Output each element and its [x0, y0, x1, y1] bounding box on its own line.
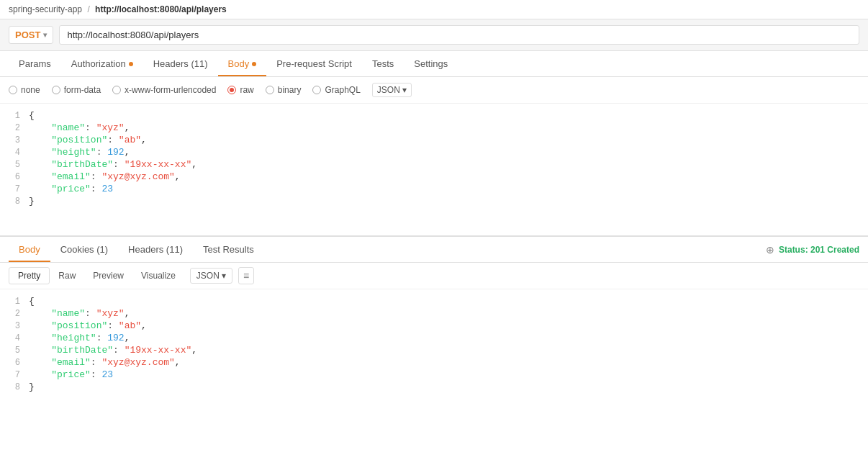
response-body-editor: 1 { 2 "name": "xyz", 3 "position": "ab",…	[0, 289, 868, 399]
code-line: 7 "price": 23	[0, 369, 868, 381]
code-line: 4 "height": 192,	[0, 332, 868, 344]
code-line: 6 "email": "xyz@xyz.com",	[0, 171, 868, 183]
code-content: "email": "xyz@xyz.com",	[29, 171, 868, 182]
tab-headers[interactable]: Headers (11)	[143, 51, 218, 76]
method-label: POST	[15, 30, 40, 40]
pretty-row: Pretty Raw Preview Visualize JSON ▾ ≡	[0, 263, 868, 289]
response-tab-test-results[interactable]: Test Results	[193, 237, 264, 262]
response-tab-cookies[interactable]: Cookies (1)	[50, 237, 118, 262]
radio-none	[9, 86, 17, 94]
radio-form-data	[52, 86, 60, 94]
body-type-row: none form-data x-www-form-urlencoded raw…	[0, 77, 868, 104]
line-number: 5	[0, 346, 29, 356]
line-number: 1	[0, 297, 29, 307]
breadcrumb-app: spring-security-app	[9, 4, 82, 14]
line-number: 2	[0, 309, 29, 319]
breadcrumb-sep: /	[87, 4, 89, 14]
code-content: "price": 23	[29, 184, 868, 194]
code-content: "position": "ab",	[29, 320, 868, 331]
response-tab-body[interactable]: Body	[9, 237, 50, 262]
code-content: "name": "xyz",	[29, 122, 868, 133]
body-type-raw[interactable]: raw	[227, 85, 253, 95]
response-tab-headers[interactable]: Headers (11)	[118, 237, 193, 262]
code-content: "email": "xyz@xyz.com",	[29, 357, 868, 368]
code-line: 8 }	[0, 195, 868, 207]
code-line: 1 {	[0, 295, 868, 307]
json-chevron-icon: ▾	[402, 85, 407, 95]
breadcrumb-url: http://localhost:8080/api/players	[95, 4, 227, 14]
tab-tests[interactable]: Tests	[362, 51, 404, 76]
code-content: {	[29, 110, 868, 121]
breadcrumb: spring-security-app / http://localhost:8…	[0, 0, 868, 19]
body-type-graphql[interactable]: GraphQL	[312, 85, 360, 95]
line-number: 6	[0, 358, 29, 368]
code-line: 3 "position": "ab",	[0, 134, 868, 146]
code-line: 5 "birthDate": "19xx-xx-xx",	[0, 344, 868, 356]
code-content: "birthDate": "19xx-xx-xx",	[29, 345, 868, 356]
tab-body[interactable]: Body	[218, 51, 267, 76]
code-content: "birthDate": "19xx-xx-xx",	[29, 159, 868, 170]
response-tabs: Body Cookies (1) Headers (11) Test Resul…	[0, 237, 868, 263]
line-number: 1	[0, 111, 29, 121]
code-content: "price": 23	[29, 369, 868, 380]
request-body-editor[interactable]: 1 { 2 "name": "xyz", 3 "position": "ab",…	[0, 104, 868, 237]
line-number: 6	[0, 172, 29, 182]
code-content: "height": 192,	[29, 333, 868, 343]
pretty-tab-visualize[interactable]: Visualize	[132, 268, 184, 284]
line-number: 3	[0, 321, 29, 331]
line-number: 5	[0, 160, 29, 170]
code-line: 8 }	[0, 381, 868, 393]
line-number: 4	[0, 333, 29, 343]
code-line: 7 "price": 23	[0, 183, 868, 195]
url-bar: POST ▾	[0, 19, 868, 51]
line-number: 7	[0, 184, 29, 194]
wrap-icon[interactable]: ≡	[238, 267, 254, 284]
line-number: 2	[0, 123, 29, 133]
code-line: 5 "birthDate": "19xx-xx-xx",	[0, 158, 868, 171]
response-json-chevron-icon: ▾	[222, 271, 226, 281]
code-content: "name": "xyz",	[29, 308, 868, 319]
body-dot	[252, 62, 256, 66]
code-content: {	[29, 296, 868, 307]
code-line: 6 "email": "xyz@xyz.com",	[0, 356, 868, 369]
method-chevron-icon: ▾	[43, 31, 47, 39]
method-select[interactable]: POST ▾	[9, 26, 53, 44]
tab-authorization[interactable]: Authorization	[61, 51, 143, 76]
request-tabs: Params Authorization Headers (11) Body P…	[0, 51, 868, 77]
status-text: Status: 201 Created	[779, 245, 859, 255]
pretty-tab-raw[interactable]: Raw	[50, 268, 84, 284]
line-number: 8	[0, 197, 29, 207]
code-line: 2 "name": "xyz",	[0, 307, 868, 320]
body-type-none[interactable]: none	[9, 85, 40, 95]
tab-settings[interactable]: Settings	[404, 51, 458, 76]
code-content: }	[29, 382, 868, 392]
code-line: 4 "height": 192,	[0, 146, 868, 158]
line-number: 7	[0, 370, 29, 380]
line-number: 8	[0, 382, 29, 392]
code-line: 1 {	[0, 109, 868, 122]
code-content: "height": 192,	[29, 147, 868, 158]
tab-pre-request-script[interactable]: Pre-request Script	[266, 51, 362, 76]
code-content: "position": "ab",	[29, 135, 868, 145]
url-input[interactable]	[59, 25, 859, 45]
globe-icon: ⊕	[766, 244, 774, 256]
code-content: }	[29, 196, 868, 207]
body-type-form-data[interactable]: form-data	[52, 85, 101, 95]
pretty-tab-preview[interactable]: Preview	[84, 268, 132, 284]
response-status: ⊕ Status: 201 Created	[766, 244, 859, 256]
tab-params[interactable]: Params	[9, 51, 61, 76]
radio-binary	[266, 86, 274, 94]
body-type-binary[interactable]: binary	[266, 85, 302, 95]
radio-urlencoded	[112, 86, 121, 94]
pretty-tab-pretty[interactable]: Pretty	[9, 267, 50, 284]
response-json-select[interactable]: JSON ▾	[190, 268, 232, 284]
authorization-dot	[129, 62, 133, 66]
line-number: 4	[0, 148, 29, 158]
code-line: 3 "position": "ab",	[0, 320, 868, 332]
radio-raw	[227, 86, 236, 94]
radio-graphql	[312, 86, 321, 94]
body-type-urlencoded[interactable]: x-www-form-urlencoded	[112, 85, 216, 95]
json-format-select[interactable]: JSON ▾	[372, 83, 412, 97]
line-number: 3	[0, 135, 29, 145]
code-line: 2 "name": "xyz",	[0, 122, 868, 134]
